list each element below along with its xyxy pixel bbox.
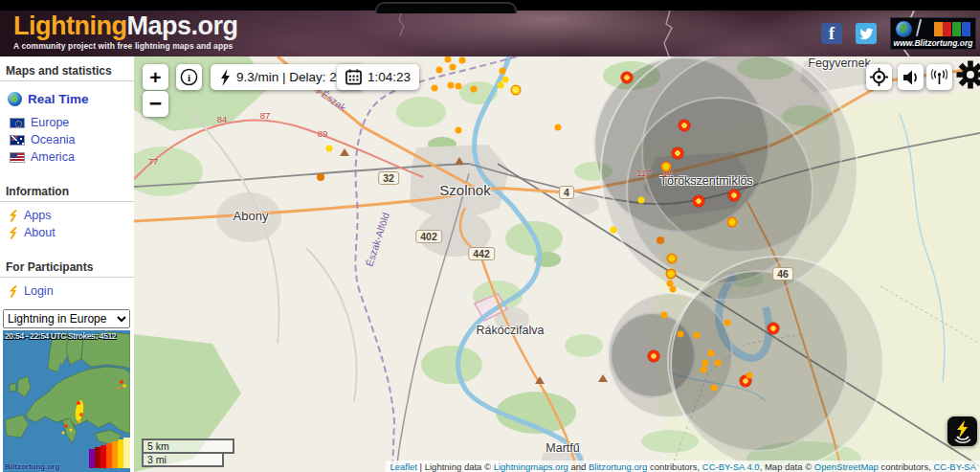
map-region-select[interactable]: Lightning in Europe <box>3 309 130 328</box>
lightningmaps-link[interactable]: Lightningmaps.org <box>494 461 568 472</box>
strike-marker <box>670 286 677 293</box>
strike-marker <box>701 367 707 373</box>
sidebar-item-apps[interactable]: Apps <box>0 207 134 224</box>
strike-marker <box>693 195 705 208</box>
strike-marker <box>498 82 504 89</box>
sidebar-item-realtime[interactable]: Real Time <box>0 86 134 114</box>
osm-link[interactable]: OpenStreetMap <box>814 461 879 472</box>
strike-marker <box>456 83 462 90</box>
blitzortung-link[interactable]: Blitzortung.org <box>589 461 647 472</box>
thumbnail-watermark: Blitzortung.org <box>5 462 59 471</box>
strike-marker <box>317 173 324 181</box>
route-number: 84 <box>217 114 228 124</box>
oceania-label: Oceania <box>31 133 76 146</box>
zoom-in-button[interactable]: + <box>143 64 168 90</box>
section-participants: For Participants <box>0 253 134 278</box>
header-social-area: f www.Blitzortung.org <box>821 17 976 50</box>
detector-button[interactable] <box>947 416 977 446</box>
oceania-flag-icon <box>10 135 25 146</box>
map-label: Fegyvernek <box>808 56 870 70</box>
antenna-icon <box>930 69 948 85</box>
locate-icon <box>870 68 888 86</box>
map-attribution: Leaflet | Lightning data © Lightningmaps… <box>386 461 980 472</box>
apps-label: Apps <box>24 209 52 222</box>
strike-marker <box>436 67 443 74</box>
info-icon: i <box>180 68 198 86</box>
route-number: 87 <box>260 110 271 121</box>
sound-button[interactable] <box>898 64 924 90</box>
map-scale: 5 km 3 mi <box>142 438 234 467</box>
strike-marker <box>459 57 466 64</box>
strike-marker <box>661 162 672 172</box>
strike-marker <box>326 146 333 152</box>
logo-text-lightning: Lightning <box>13 11 126 40</box>
strike-marker <box>555 124 562 131</box>
logo-text-maps: Maps.org <box>126 11 237 40</box>
lightning-bullet-icon <box>10 285 18 298</box>
road-shield: 442 <box>468 247 495 260</box>
route-number: 77 <box>148 156 159 167</box>
scale-mi: 3 mi <box>142 452 224 467</box>
sidebar-item-oceania[interactable]: Oceania <box>0 131 134 148</box>
clock-display[interactable]: 1:04:23 <box>337 64 419 90</box>
strike-marker <box>500 68 506 75</box>
strike-marker <box>768 323 780 335</box>
strike-marker <box>502 77 509 83</box>
twitter-icon[interactable] <box>856 23 877 44</box>
site-logo[interactable]: LightningMaps.org A community project wi… <box>13 13 237 51</box>
strike-marker <box>661 312 668 319</box>
strike-marker <box>667 254 678 264</box>
map-label: Szolnok <box>439 182 490 198</box>
info-button[interactable]: i <box>176 64 202 90</box>
strike-marker <box>657 236 664 244</box>
calendar-icon <box>345 69 362 85</box>
europe-lightning-thumbnail[interactable]: 20:54 - 22:54 UTC Strokes: 4512 Blitzort… <box>3 330 130 472</box>
banner-url: www.Blitzortung.org <box>891 38 975 48</box>
us-flag-icon <box>10 152 25 163</box>
sidebar-item-america[interactable]: America <box>0 148 134 166</box>
poi-triangle-icon <box>535 376 545 384</box>
strike-marker <box>672 147 684 160</box>
strike-marker <box>450 64 457 71</box>
strike-marker <box>611 227 617 234</box>
person-icon <box>934 22 943 36</box>
about-label: About <box>24 226 56 239</box>
road-shield: 32 <box>378 171 399 185</box>
facebook-icon[interactable]: f <box>821 23 842 44</box>
antenna-button[interactable] <box>926 64 952 90</box>
strike-marker <box>471 86 478 93</box>
settings-button[interactable] <box>956 60 980 89</box>
poi-triangle-icon <box>455 157 464 165</box>
road-shield: 46 <box>772 267 793 281</box>
browser-tab-shape <box>375 2 517 13</box>
strike-marker <box>638 197 645 204</box>
europe-label: Europe <box>31 116 69 129</box>
speaker-icon <box>902 70 920 85</box>
strike-marker <box>715 360 722 367</box>
sidebar-item-login[interactable]: Login <box>0 282 134 300</box>
blitzortung-banner[interactable]: www.Blitzortung.org <box>890 17 976 50</box>
leaflet-link[interactable]: Leaflet <box>390 461 417 472</box>
gear-icon <box>956 60 980 89</box>
section-information: Information <box>0 177 134 202</box>
thumbnail-caption: 20:54 - 22:54 UTC Strokes: 4512 <box>5 331 116 341</box>
section-maps-statistics: Maps and statistics <box>0 56 134 81</box>
map-canvas[interactable]: SzolnokAbonyTörökszentmiklósRákóczifalva… <box>134 56 980 472</box>
strike-marker <box>746 372 753 379</box>
ccbysa4-link[interactable]: CC-BY-SA 4.0 <box>702 461 760 472</box>
poi-triangle-icon <box>598 374 608 382</box>
locate-button[interactable] <box>866 64 892 90</box>
strike-marker <box>511 85 522 96</box>
sidebar-item-europe[interactable]: Europe <box>0 114 134 131</box>
sidebar-item-about[interactable]: About <box>0 224 134 241</box>
ccbysa-link[interactable]: CC-BY-SA <box>933 461 976 472</box>
eu-flag-icon <box>10 118 25 128</box>
strike-marker <box>727 217 738 228</box>
site-header: LightningMaps.org A community project wi… <box>0 11 980 56</box>
login-label: Login <box>24 284 54 298</box>
route-number: 89 <box>318 128 328 139</box>
zoom-out-button[interactable]: − <box>143 91 168 117</box>
person-icon <box>952 22 961 36</box>
globe-icon <box>896 21 912 37</box>
map-label: Abony <box>234 209 269 223</box>
